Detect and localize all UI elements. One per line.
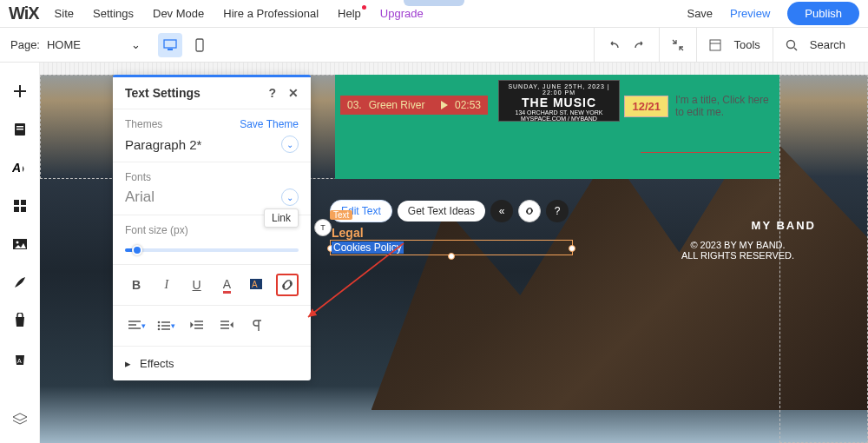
track-number: 03. xyxy=(347,99,362,111)
band-name[interactable]: MY BAND xyxy=(752,219,816,232)
music-track[interactable]: 03. Green River 02:53 xyxy=(340,96,488,115)
svg-rect-13 xyxy=(14,207,19,212)
event-title: THE MUSIC xyxy=(502,96,616,109)
copyright-line1: © 2023 BY MY BAND. xyxy=(660,240,816,250)
svg-rect-1 xyxy=(168,49,173,50)
svg-text:A: A xyxy=(17,358,22,364)
theme-value[interactable]: Paragraph 2* xyxy=(125,137,201,152)
font-size-slider[interactable] xyxy=(125,248,299,252)
font-dropdown-button[interactable]: ⌄ xyxy=(281,188,299,206)
apps-button[interactable] xyxy=(10,196,30,215)
svg-point-16 xyxy=(16,241,18,244)
direction-button[interactable] xyxy=(246,314,268,337)
track-name: Green River xyxy=(369,99,425,111)
svg-line-6 xyxy=(794,48,797,50)
italic-button[interactable]: I xyxy=(155,274,178,296)
publish-button[interactable]: Publish xyxy=(787,2,859,25)
svg-point-20 xyxy=(158,321,161,324)
menu-upgrade[interactable]: Upgrade xyxy=(380,7,424,20)
copyright-text[interactable]: © 2023 BY MY BAND. ALL RIGHTS RESERVED. xyxy=(660,240,816,261)
event-card[interactable]: SUNDAY, JUNE 25TH, 2023 | 22:00 PM THE M… xyxy=(498,80,620,122)
svg-point-5 xyxy=(786,40,794,48)
text-color-button[interactable]: A xyxy=(215,274,238,296)
resize-handle[interactable] xyxy=(569,245,575,252)
page-prefix: Page: xyxy=(10,38,40,51)
panel-help-button[interactable]: ? xyxy=(268,86,276,100)
svg-text:A: A xyxy=(252,280,258,289)
store-badge-button[interactable]: A xyxy=(10,349,30,368)
svg-rect-3 xyxy=(710,40,720,50)
tab-pull-handle[interactable] xyxy=(404,0,464,6)
indent-decrease-button[interactable] xyxy=(186,314,208,337)
hero-section[interactable]: 03. Green River 02:53 SUNDAY, JUNE 25TH,… xyxy=(335,75,779,179)
menu-hire[interactable]: Hire a Professional xyxy=(223,7,319,20)
text-settings-panel: Text Settings ? ✕ Themes Save Theme Para… xyxy=(113,75,311,380)
page-selector[interactable]: Page: HOME ⌄ xyxy=(10,38,141,51)
legal-heading[interactable]: Legal xyxy=(332,226,364,240)
media-button[interactable] xyxy=(10,235,30,254)
search-icon xyxy=(786,39,798,51)
panel-close-button[interactable]: ✕ xyxy=(288,86,299,100)
svg-rect-12 xyxy=(21,200,26,205)
preview-button[interactable]: Preview xyxy=(730,7,770,20)
top-menu: Site Settings Dev Mode Hire a Profession… xyxy=(55,7,424,20)
pages-button[interactable] xyxy=(10,120,30,139)
effects-section[interactable]: ▸ Effects xyxy=(113,346,311,380)
date-badge[interactable]: 12/21 xyxy=(624,96,668,117)
underline-button[interactable]: U xyxy=(186,274,208,296)
list-button[interactable]: ▾ xyxy=(155,314,178,337)
bold-button[interactable]: B xyxy=(125,274,148,296)
event-address: 134 ORCHARD ST. NEW YORK xyxy=(502,109,616,116)
font-value[interactable]: Arial xyxy=(125,188,155,206)
align-button[interactable]: ▾ xyxy=(125,314,148,337)
mobile-viewport-button[interactable] xyxy=(187,33,212,57)
theme-dropdown-button[interactable]: ⌄ xyxy=(281,136,299,153)
themes-label: Themes xyxy=(125,118,162,130)
menu-help[interactable]: Help xyxy=(338,7,361,20)
svg-rect-14 xyxy=(21,207,26,212)
link-button[interactable] xyxy=(276,274,299,296)
second-bar: Page: HOME ⌄ Tools Search xyxy=(0,28,868,63)
svg-rect-9 xyxy=(16,129,23,130)
blog-button[interactable] xyxy=(10,273,30,292)
svg-point-22 xyxy=(158,328,161,331)
svg-rect-0 xyxy=(164,40,176,48)
page-name: HOME xyxy=(47,38,81,51)
format-row-2: ▾ ▾ xyxy=(113,305,311,346)
save-theme-button[interactable]: Save Theme xyxy=(240,118,299,130)
add-button[interactable] xyxy=(10,82,30,101)
chevron-right-icon: ▸ xyxy=(125,357,131,370)
svg-point-21 xyxy=(158,325,161,327)
menu-devmode[interactable]: Dev Mode xyxy=(153,7,204,20)
panel-title: Text Settings xyxy=(125,86,201,100)
svg-rect-2 xyxy=(196,39,203,51)
desktop-viewport-button[interactable] xyxy=(158,33,182,57)
chevron-down-icon: ⌄ xyxy=(131,38,141,51)
link-tooltip: Link xyxy=(264,208,299,228)
store-button[interactable] xyxy=(10,311,30,330)
left-sidebar: A A xyxy=(0,63,40,443)
layers-button[interactable] xyxy=(10,410,30,429)
save-button[interactable]: Save xyxy=(687,7,713,20)
highlight-button[interactable]: A xyxy=(246,274,268,296)
cookies-policy-text[interactable]: Cookies Policy xyxy=(332,241,404,254)
effects-label: Effects xyxy=(140,357,174,370)
copyright-line2: ALL RIGHTS RESERVED. xyxy=(660,250,816,261)
editable-title[interactable]: I'm a title, Click here to edit me. xyxy=(675,94,771,118)
track-time: 02:53 xyxy=(455,99,481,111)
svg-rect-8 xyxy=(16,126,23,128)
redo-button[interactable] xyxy=(633,39,647,51)
tools-button[interactable]: Tools xyxy=(733,38,760,51)
theme-button[interactable]: A xyxy=(10,158,30,177)
menu-settings[interactable]: Settings xyxy=(93,7,134,20)
undo-button[interactable] xyxy=(607,39,621,51)
resize-handle[interactable] xyxy=(448,253,455,260)
menu-site[interactable]: Site xyxy=(55,7,74,20)
divider-line xyxy=(641,152,771,153)
indent-increase-button[interactable] xyxy=(215,314,238,337)
search-button[interactable]: Search xyxy=(810,38,845,51)
svg-rect-11 xyxy=(14,200,19,205)
play-icon[interactable] xyxy=(441,101,448,109)
slider-knob[interactable] xyxy=(132,245,142,255)
collapse-button[interactable] xyxy=(672,39,684,51)
